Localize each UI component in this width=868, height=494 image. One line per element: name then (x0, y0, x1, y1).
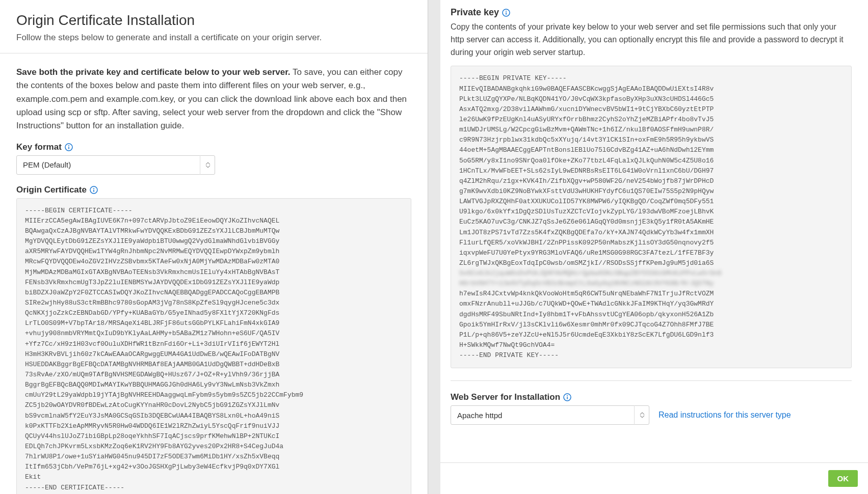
info-icon[interactable] (563, 393, 571, 401)
save-instructions: Save both the private key and certificat… (16, 66, 411, 133)
info-icon[interactable] (90, 186, 98, 194)
svg-rect-14 (567, 397, 568, 399)
origin-cert-textbox[interactable]: -----BEGIN CERTIFICATE----- MIIErzCCA5eg… (16, 198, 411, 494)
modal-title: Origin Certificate Installation (16, 12, 411, 29)
right-body: Private key Copy the contents of your pr… (440, 0, 868, 462)
svg-rect-11 (506, 12, 507, 15)
key-format-label: Key format (16, 142, 411, 152)
info-icon[interactable] (65, 143, 73, 151)
svg-rect-2 (68, 147, 69, 149)
save-instructions-bold: Save both the private key and certificat… (16, 67, 291, 77)
private-key-textbox[interactable]: -----BEGIN PRIVATE KEY----- MIIEvQIBADAN… (451, 66, 852, 368)
info-icon[interactable] (502, 9, 510, 17)
webserver-select-wrap (451, 405, 649, 425)
svg-point-13 (567, 395, 568, 396)
private-key-text-top: -----BEGIN PRIVATE KEY----- MIIEvQIBADAN… (459, 74, 714, 267)
private-key-desc: Copy the contents of your private key be… (451, 21, 852, 59)
private-key-heading: Private key (451, 7, 852, 18)
svg-rect-5 (93, 189, 94, 192)
left-panel: Origin Certificate Installation Follow t… (0, 0, 428, 494)
origin-cert-label: Origin Certificate (16, 185, 411, 195)
webserver-row: Read instructions for this server type (451, 405, 852, 425)
read-instructions-link[interactable]: Read instructions for this server type (659, 410, 791, 420)
private-key-text-bottom: h7ewIsR4JCxtvWp4knkQkVooWoHtm5qR6CWT5uNr… (459, 290, 714, 359)
modal-subtitle: Follow the steps below to generate and i… (16, 33, 411, 43)
divider (451, 380, 852, 381)
svg-point-1 (68, 145, 69, 146)
modal-footer: OK (440, 462, 868, 494)
modal-header: Origin Certificate Installation Follow t… (0, 0, 428, 53)
svg-point-4 (93, 188, 94, 189)
webserver-label: Web Server for Installation (451, 392, 852, 402)
key-format-select[interactable] (16, 155, 215, 175)
key-format-select-wrap (16, 155, 215, 175)
private-key-text-blurred: Sv6Cv0Jk2jquW0sDvPUkJQHFHkMQHcrQpbwXOKcS… (459, 269, 722, 287)
ok-button[interactable]: OK (828, 470, 858, 487)
left-body: Save both the private key and certificat… (0, 53, 428, 494)
webserver-select[interactable] (451, 405, 649, 425)
right-panel: Private key Copy the contents of your pr… (440, 0, 868, 494)
svg-point-10 (506, 11, 507, 12)
